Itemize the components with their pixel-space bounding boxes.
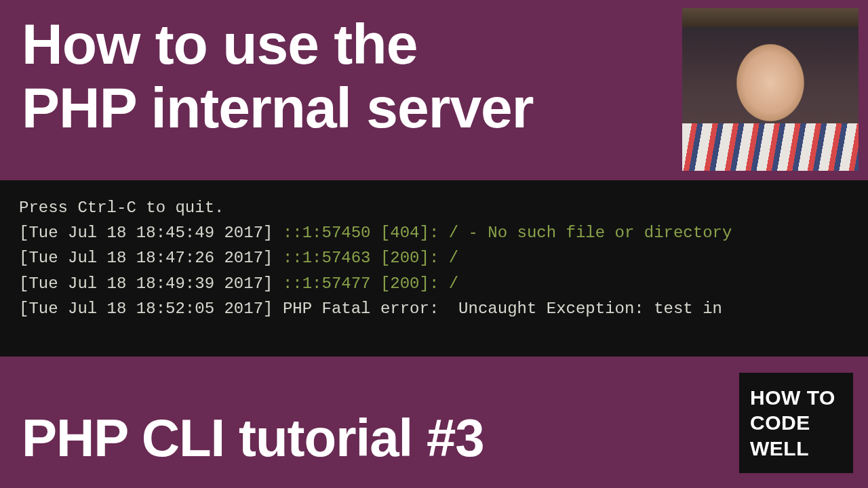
presenter-webcam (682, 8, 859, 171)
log-request: ::1:57477 [200]: / (283, 274, 458, 293)
presenter-shirt (682, 123, 859, 171)
log-request: ::1:57463 [200]: / (283, 249, 458, 267)
main-title-line1: How to use the (22, 12, 665, 76)
terminal-log-line: [Tue Jul 18 18:47:26 2017] ::1:57463 [20… (19, 245, 849, 270)
title-block: How to use the PHP internal server (22, 12, 665, 140)
log-timestamp: [Tue Jul 18 18:47:26 2017] (19, 249, 283, 267)
log-message: PHP Fatal error: Uncaught Exception: tes… (283, 300, 722, 318)
terminal-log-line: [Tue Jul 18 18:52:05 2017] PHP Fatal err… (19, 296, 849, 321)
series-subtitle: PHP CLI tutorial #3 (22, 407, 484, 469)
badge-line1: HOW TO (750, 385, 835, 411)
terminal-log-line: [Tue Jul 18 18:49:39 2017] ::1:57477 [20… (19, 271, 849, 296)
brand-badge: HOW TO CODE WELL (739, 373, 853, 473)
terminal-output: Press Ctrl-C to quit.[Tue Jul 18 18:45:4… (0, 180, 868, 357)
badge-line2: CODE (750, 410, 810, 436)
terminal-instruction: Press Ctrl-C to quit. (19, 195, 849, 220)
log-timestamp: [Tue Jul 18 18:49:39 2017] (19, 274, 283, 293)
terminal-log-line: [Tue Jul 18 18:45:49 2017] ::1:57450 [40… (19, 220, 849, 245)
subtitle-block: PHP CLI tutorial #3 (22, 407, 484, 469)
log-request: ::1:57450 [404]: / - No such file or dir… (283, 224, 732, 242)
background-shelf (682, 8, 859, 27)
badge-line3: WELL (750, 436, 809, 462)
log-timestamp: [Tue Jul 18 18:45:49 2017] (19, 224, 283, 242)
log-timestamp: [Tue Jul 18 18:52:05 2017] (19, 300, 283, 318)
main-title-line2: PHP internal server (22, 76, 665, 140)
